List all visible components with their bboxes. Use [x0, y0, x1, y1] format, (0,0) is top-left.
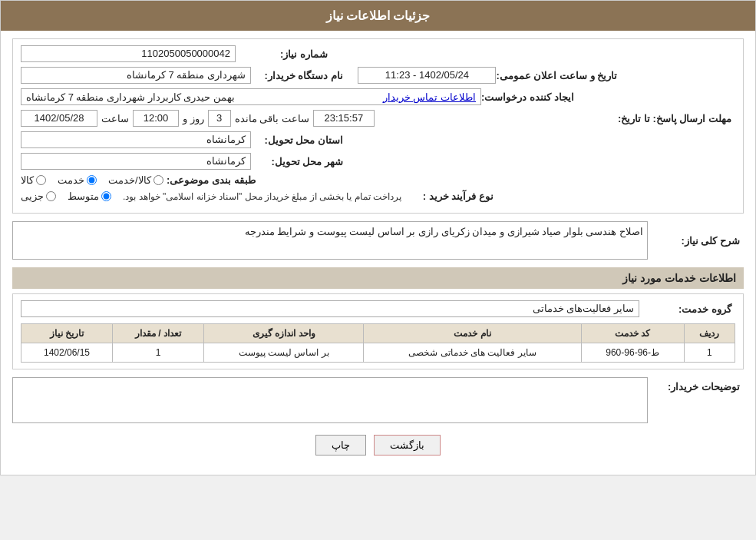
tabaqe-row: طبقه بندی موضوعی: کالا/خدمت خدمت کالا — [21, 174, 735, 186]
mohlat-date: 1402/05/28 — [21, 110, 97, 127]
mohlat-remaining: 23:15:57 — [313, 110, 375, 127]
services-section: گروه خدمت: سایر فعالیت‌های خدماتی ردیف ک… — [12, 293, 744, 369]
ostan-row: استان محل تحویل: کرمانشاه — [21, 131, 735, 148]
farayand-jozii-radio[interactable] — [46, 191, 56, 201]
sharh-label: شرح کلی نیاز: — [648, 235, 740, 247]
tabaqe-khedmat-label: خدمت — [58, 174, 84, 186]
cell-kod: ط-96-96-960 — [581, 343, 684, 363]
ijad-contact-link[interactable]: اطلاعات تماس خریدار — [383, 91, 476, 103]
cell-tedad: 1 — [113, 343, 204, 363]
page-wrapper: جزئیات اطلاعات نیاز شماره نیاز: 11020500… — [0, 0, 756, 475]
col-kod: کد خدمت — [581, 324, 684, 343]
ijad-row: ایجاد کننده درخواست: اطلاعات تماس خریدار… — [21, 88, 735, 105]
buyer-desc-row: توضیحات خریدار: — [12, 377, 744, 423]
date-label: تاریخ و ساعت اعلان عمومی: — [496, 70, 617, 81]
buyer-desc-textarea[interactable] — [12, 377, 648, 423]
tabaqe-khedmat-radio[interactable] — [87, 175, 97, 185]
mohlat-remaining-label: ساعت باقی مانده — [235, 113, 309, 124]
namdestgah-row: تاریخ و ساعت اعلان عمومی: 1402/05/24 - 1… — [21, 67, 735, 84]
page-header: جزئیات اطلاعات نیاز — [1, 1, 755, 31]
services-table-head: ردیف کد خدمت نام خدمت واحد اندازه گیری ت… — [21, 324, 735, 343]
sharh-row: شرح کلی نیاز: اصلاح هندسی بلوار صیاد شیر… — [12, 221, 744, 260]
page-title: جزئیات اطلاعات نیاز — [326, 9, 431, 22]
back-button[interactable]: بازگشت — [374, 435, 441, 456]
cell-name: سایر فعالیت های خدماتی شخصی — [364, 343, 581, 363]
col-radif: ردیف — [684, 324, 735, 343]
purchase-info-text: پرداخت تمام یا بخشی از مبلغ خریداز محل "… — [123, 191, 401, 202]
ostan-value: کرمانشاه — [21, 131, 251, 148]
purchase-type-group: پرداخت تمام یا بخشی از مبلغ خریداز محل "… — [21, 190, 401, 202]
farayand-motavaset-item: متوسط — [68, 190, 111, 202]
shomareNiaz-value: 1102050050000042 — [21, 45, 236, 62]
noeFarayand-row: نوع فرآیند خرید : پرداخت تمام یا بخشی از… — [21, 190, 735, 202]
sharh-value: اصلاح هندسی بلوار صیاد شیرازی و میدان زک… — [12, 221, 648, 260]
ijad-value-container: اطلاعات تماس خریدار بهمن حیدری کاربردار … — [21, 88, 481, 105]
mohlat-label: مهلت ارسال پاسخ: تا تاریخ: — [618, 113, 731, 124]
footer-buttons: بازگشت چاپ — [12, 435, 744, 456]
services-section-title: اطلاعات خدمات مورد نیاز — [12, 267, 744, 289]
buyer-desc-label: توضیحات خریدار: — [648, 377, 740, 393]
shahr-label: شهر محل تحویل: — [251, 156, 343, 167]
print-button[interactable]: چاپ — [315, 435, 366, 456]
namdestgah-value: شهرداری منطقه 7 کرمانشاه — [21, 67, 251, 84]
services-table: ردیف کد خدمت نام خدمت واحد اندازه گیری ت… — [21, 323, 735, 363]
tabaqe-kala-khedmat-radio[interactable] — [154, 175, 163, 185]
farayand-motavaset-radio[interactable] — [101, 191, 111, 201]
col-name: نام خدمت — [364, 324, 581, 343]
mohlat-rooz-label: روز و — [183, 113, 204, 124]
tabaqe-radio-group: کالا/خدمت خدمت کالا — [21, 174, 163, 186]
col-vahed: واحد اندازه گیری — [203, 324, 364, 343]
shomareNiaz-label: شماره نیاز: — [236, 48, 328, 60]
farayand-motavaset-label: متوسط — [68, 190, 99, 202]
mohlat-rooz: 3 — [208, 110, 231, 127]
shahr-row: شهر محل تحویل: کرمانشاه — [21, 153, 735, 170]
date-value: 1402/05/24 - 11:23 — [358, 67, 496, 84]
tabaqe-kala-khedmat-item: کالا/خدمت — [108, 174, 163, 186]
tabaqe-kala-item: کالا — [21, 174, 46, 186]
grohe-khedmat-value: سایر فعالیت‌های خدماتی — [21, 300, 639, 317]
services-table-body: 1ط-96-96-960سایر فعالیت های خدماتی شخصیب… — [21, 343, 735, 363]
table-row: 1ط-96-96-960سایر فعالیت های خدماتی شخصیب… — [21, 343, 735, 363]
cell-radif: 1 — [684, 343, 735, 363]
farayand-jozii-label: جزیی — [21, 190, 44, 202]
mohlat-saat: 12:00 — [133, 110, 179, 127]
grohe-khedmat-row: گروه خدمت: سایر فعالیت‌های خدماتی — [21, 300, 735, 317]
mohlat-saat-label: ساعت — [101, 113, 129, 124]
ijad-label: ایجاد کننده درخواست: — [481, 91, 574, 103]
tabaqe-kala-label: کالا — [21, 174, 34, 186]
col-tedad: تعداد / مقدار — [113, 324, 204, 343]
mohlat-fields: 23:15:57 ساعت باقی مانده 3 روز و 12:00 س… — [21, 110, 618, 127]
cell-vahed: بر اساس لیست پیوست — [203, 343, 364, 363]
shomareNiaz-row: شماره نیاز: 1102050050000042 — [21, 45, 735, 62]
tabaqe-khedmat-item: خدمت — [58, 174, 97, 186]
col-tarikh: تاریخ نیاز — [21, 324, 113, 343]
mohlat-row: مهلت ارسال پاسخ: تا تاریخ: 23:15:57 ساعت… — [21, 110, 735, 127]
services-header-row: ردیف کد خدمت نام خدمت واحد اندازه گیری ت… — [21, 324, 735, 343]
noeFarayand-label: نوع فرآیند خرید : — [401, 190, 494, 202]
tabaqe-kala-khedmat-label: کالا/خدمت — [108, 174, 151, 186]
sharh-text: اصلاح هندسی بلوار صیاد شیرازی و میدان زک… — [245, 226, 643, 237]
main-info-section: شماره نیاز: 1102050050000042 تاریخ و ساع… — [12, 38, 744, 214]
ostan-label: استان محل تحویل: — [251, 134, 343, 146]
tabaqe-kala-radio[interactable] — [36, 175, 46, 185]
tabaqe-label: طبقه بندی موضوعی: — [163, 174, 256, 186]
content-area: شماره نیاز: 1102050050000042 تاریخ و ساع… — [1, 31, 755, 475]
farayand-jozii-item: جزیی — [21, 190, 56, 202]
shahr-value: کرمانشاه — [21, 153, 251, 170]
ijad-name: بهمن حیدری کاربردار شهرداری منطقه 7 کرما… — [26, 91, 235, 103]
namdestgah-label: نام دستگاه خریدار: — [251, 70, 343, 81]
grohe-khedmat-label: گروه خدمت: — [639, 303, 731, 315]
cell-tarikh: 1402/06/15 — [21, 343, 113, 363]
